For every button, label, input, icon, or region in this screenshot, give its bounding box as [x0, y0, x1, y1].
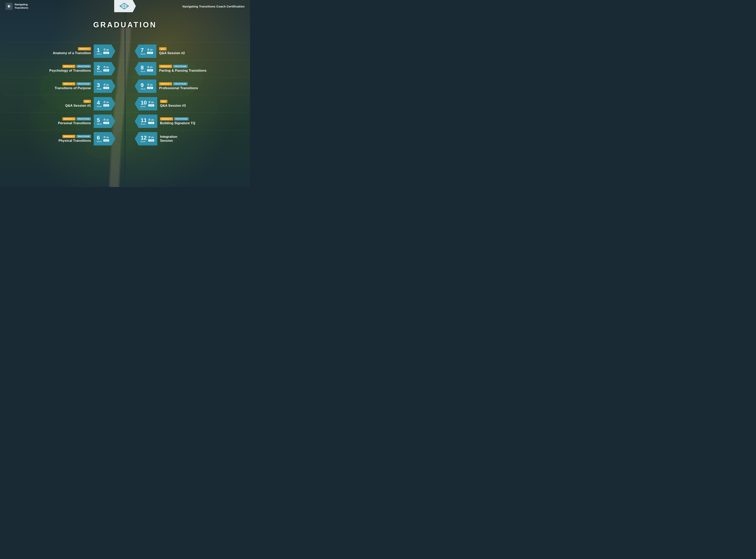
week-time: ⏱ 2h: [103, 84, 109, 86]
week-number: 10: [140, 100, 147, 106]
module-title: Q&A Session #2: [159, 51, 185, 55]
badge-group: Q&A: [65, 100, 91, 103]
badge-group: MODULE 5PRACTICUM: [59, 135, 91, 138]
table-row: Q&A Q&A Session #1 4 Week ⏱ 2h LIVE 10 W…: [4, 95, 246, 112]
week-meta: ⏱ 2h LIVE: [148, 101, 154, 107]
week-label: Week: [140, 140, 146, 142]
week-time: ⏱ 2h: [148, 136, 154, 139]
week-live-badge: LIVE: [103, 69, 109, 71]
week-time: ⏱ 2h: [103, 66, 109, 69]
module-title: Parting & Passing Transitions: [159, 69, 206, 72]
week-live-badge: LIVE: [103, 52, 109, 54]
module-title: Transitions of Purpose: [55, 86, 91, 90]
left-side: MODULE 1 Anatomy of a Transition 1 Week …: [4, 44, 115, 58]
week-flag: 1 Week ⏱ 2h LIVE: [94, 44, 115, 58]
week-meta: ⏱ 2h LIVE: [148, 136, 154, 141]
badge-group: Q&A: [159, 47, 185, 50]
week-live-badge: LIVE: [147, 52, 153, 54]
week-time: ⏱ 2h: [103, 136, 109, 139]
badge-group: Q&A: [160, 100, 186, 103]
week-flag: 9 Week ⏱ 2h LIVE: [135, 80, 156, 93]
left-side: MODULE 4PRACTICUM Personal Transitions 5…: [4, 115, 115, 128]
module-title: Q&A Session #1: [65, 104, 91, 108]
week-number: 11: [140, 117, 147, 123]
week-time: ⏱ 2h: [147, 66, 153, 69]
badge-qa: Q&A: [160, 100, 168, 103]
badge-module: MODULE 7: [159, 82, 172, 85]
week-flag: 7 Week ⏱ 2h LIVE: [135, 44, 156, 58]
week-time: ⏱ 2h: [148, 101, 154, 104]
week-meta: ⏱ 2h LIVE: [103, 136, 109, 141]
clock-icon: ⏱: [148, 101, 151, 104]
graduation-flag: [114, 0, 136, 12]
badge-module: MODULE 4: [62, 117, 75, 120]
badge-group: MODULE 6PRACTICUM: [159, 65, 206, 68]
week-label: Week: [140, 70, 146, 72]
badge-module: MODULE 5: [62, 135, 75, 138]
week-live-badge: LIVE: [147, 69, 153, 71]
badge-practicum: PRACTICUM: [76, 135, 91, 138]
week-meta: ⏱ 2h LIVE: [147, 66, 153, 71]
badge-group: MODULE 2PRACTICUM: [49, 65, 91, 68]
badge-practicum: PRACTICUM: [76, 65, 91, 68]
module-title: Psychology of Transitions: [49, 69, 91, 72]
badge-qa: Q&A: [159, 47, 166, 50]
table-row: MODULE 4PRACTICUM Personal Transitions 5…: [4, 112, 246, 130]
week-time: ⏱ 2h: [148, 118, 154, 121]
clock-icon: ⏱: [103, 136, 106, 139]
table-row: MODULE 5PRACTICUM Physical Transitions 6…: [4, 130, 246, 148]
right-text-block: Q&A Q&A Session #2: [159, 47, 185, 55]
badge-qa: Q&A: [84, 100, 91, 103]
week-number: 5: [97, 117, 100, 123]
table-row: MODULE 3PRACTICUM Transitions of Purpose…: [4, 77, 246, 95]
week-label: Week: [140, 123, 146, 125]
badge-group: MODULE 8PRACTICUM: [160, 117, 195, 120]
week-label: Week: [97, 53, 102, 55]
badge-group: MODULE 7PRACTICUM: [159, 82, 198, 85]
week-meta: ⏱ 2h LIVE: [103, 48, 109, 54]
week-live-badge: LIVE: [103, 122, 109, 124]
clock-icon: ⏱: [147, 84, 150, 86]
week-meta: ⏱ 2h LIVE: [147, 48, 153, 54]
week-number: 9: [140, 83, 144, 88]
badge-module: MODULE 6: [159, 65, 172, 68]
graduation-text: GRADUATION: [93, 21, 157, 29]
badge-practicum: PRACTICUM: [173, 82, 187, 85]
right-side: 12 Week ⏱ 2h LIVE IntegrationSession: [135, 132, 246, 146]
week-flag: 2 Week ⏱ 2h LIVE: [94, 62, 115, 75]
week-number: 12: [140, 135, 147, 140]
right-side: 10 Week ⏱ 2h LIVE Q&A Q&A Session #3: [135, 97, 246, 110]
week-live-badge: LIVE: [147, 87, 153, 89]
right-side: 9 Week ⏱ 2h LIVE MODULE 7PRACTICUM Profe…: [135, 80, 246, 93]
badge-module: MODULE 1: [78, 47, 91, 50]
clock-icon: ⏱: [103, 118, 106, 121]
right-text-block: Q&A Q&A Session #3: [160, 100, 186, 108]
week-number: 6: [97, 135, 100, 140]
right-side: 7 Week ⏱ 2h LIVE Q&A Q&A Session #2: [135, 44, 246, 58]
module-title: Anatomy of a Transition: [53, 51, 91, 55]
week-number: 2: [97, 65, 100, 70]
week-label: Week: [97, 88, 102, 90]
week-time: ⏱ 2h: [103, 48, 109, 51]
right-text-block: MODULE 8PRACTICUM Building Signature TQ: [160, 117, 195, 125]
week-label: Week: [97, 123, 102, 125]
left-text-block: Q&A Q&A Session #1: [65, 100, 91, 108]
week-live-badge: LIVE: [103, 139, 109, 141]
clock-icon: ⏱: [103, 101, 106, 104]
clock-icon: ⏱: [103, 84, 106, 86]
clock-icon: ⏱: [103, 66, 106, 69]
header-title: Navigating Transitions Coach Certificati…: [182, 5, 245, 8]
week-number: 3: [97, 83, 100, 88]
badge-group: MODULE 1: [53, 47, 91, 50]
badge-group: MODULE 4PRACTICUM: [58, 117, 91, 120]
module-title: Physical Transitions: [59, 139, 91, 142]
week-meta: ⏱ 2h LIVE: [103, 101, 109, 107]
week-label: Week: [140, 53, 146, 55]
badge-practicum: PRACTICUM: [174, 117, 188, 120]
right-side: 11 Week ⏱ 2h LIVE MODULE 8PRACTICUM Buil…: [135, 115, 246, 128]
week-time: ⏱ 2h: [147, 84, 153, 86]
week-time: ⏱ 2h: [147, 48, 153, 51]
week-label: Week: [97, 70, 102, 72]
week-label: Week: [97, 140, 102, 142]
clock-icon: ⏱: [147, 48, 150, 51]
